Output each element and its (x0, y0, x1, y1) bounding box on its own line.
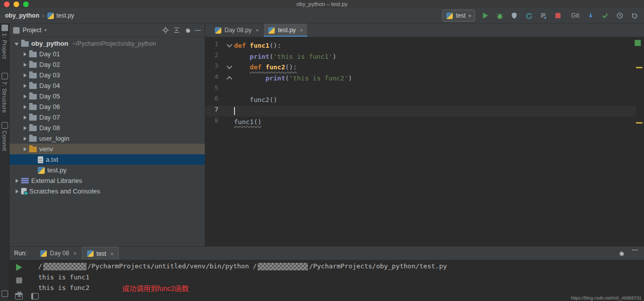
expand-arrow-icon[interactable] (22, 136, 28, 142)
gutter-line: 1 (205, 40, 233, 51)
expand-arrow-icon[interactable] (22, 72, 28, 78)
expand-arrow-icon[interactable] (22, 62, 28, 68)
hide-panel-button[interactable]: — (195, 27, 201, 33)
tree-item[interactable]: venv (9, 144, 205, 154)
tree-item-label: user_login (39, 135, 69, 142)
run-console[interactable]: //PycharmProjects/untitled/venv/bin/pyth… (9, 260, 644, 301)
inspections-indicator[interactable] (634, 40, 641, 46)
code-line[interactable]: func2() (234, 94, 636, 106)
git-rollback-button[interactable] (630, 11, 639, 20)
close-icon[interactable]: × (110, 251, 113, 257)
expand-arrow-icon[interactable] (22, 146, 28, 152)
hide-panel-button[interactable]: — (632, 247, 638, 260)
close-icon[interactable]: × (73, 250, 76, 256)
code-token (234, 53, 250, 60)
line-number: 6 (205, 94, 233, 102)
text-caret (234, 107, 235, 115)
rerun-button[interactable] (16, 264, 22, 271)
code-token: print (250, 53, 269, 60)
profiler-button[interactable] (524, 11, 533, 20)
expand-arrow-icon[interactable] (22, 115, 28, 121)
tree-item[interactable]: Day 02 (9, 59, 205, 70)
tree-item[interactable]: user_login (9, 133, 205, 144)
gutter-line: 3 (205, 62, 233, 73)
soft-wrap-icon[interactable] (31, 293, 39, 299)
tree-item[interactable]: Scratches and Consoles (9, 186, 205, 196)
tree-item[interactable]: a.txt (9, 154, 205, 165)
tree-item[interactable]: Day 08 (9, 123, 205, 133)
console-text: / (253, 262, 257, 270)
code-line[interactable] (234, 84, 636, 95)
breadcrumb-file[interactable]: test.py (56, 12, 74, 19)
tree-item[interactable]: test.py (9, 165, 205, 175)
expand-arrow-icon[interactable] (22, 51, 28, 57)
settings-gear-icon[interactable] (617, 249, 626, 258)
tree-item[interactable]: External Libraries (9, 175, 205, 186)
scratch-icon (21, 188, 27, 194)
code-line[interactable]: func1() (234, 117, 636, 128)
settings-gear-icon[interactable] (184, 26, 192, 34)
expand-arrow-icon[interactable] (22, 125, 28, 131)
chevron-down-icon[interactable]: ▾ (44, 28, 47, 33)
code-line[interactable]: def func1(): (234, 40, 636, 51)
tree-item[interactable]: Day 07 (9, 112, 205, 123)
python-icon (38, 167, 45, 174)
stripe-button-commit[interactable]: Commit (0, 122, 9, 151)
stripe-button-structure[interactable]: 7: Structure (0, 73, 9, 113)
expand-arrow-icon[interactable] (14, 178, 20, 184)
expand-arrow-icon[interactable] (22, 93, 28, 99)
tree-item-label: Day 05 (39, 92, 60, 100)
code-line[interactable]: print('this is func2') (234, 73, 636, 84)
tool-windows-toggle-icon[interactable] (2, 290, 8, 297)
project-panel-title[interactable]: Project (23, 27, 41, 34)
fold-down-icon[interactable] (227, 65, 231, 68)
editor-tab[interactable]: test.py× (264, 24, 308, 37)
breadcrumb-project[interactable]: oby_python (5, 12, 39, 19)
code-token: (): (285, 63, 297, 71)
tree-item[interactable]: Day 01 (9, 49, 205, 59)
code-line[interactable]: print('this is func1') (234, 51, 636, 62)
git-update-button[interactable] (586, 11, 595, 20)
tree-item[interactable]: Day 03 (9, 70, 205, 80)
run-button[interactable] (480, 11, 490, 20)
expand-arrow-icon[interactable] (14, 41, 20, 47)
run-config-select[interactable]: test ▾ (442, 10, 475, 22)
code-token: func1 (250, 42, 269, 49)
run-tab[interactable]: Day 08× (36, 247, 80, 260)
warning-stripe-mark[interactable] (636, 122, 642, 124)
chevron-down-icon: ▾ (468, 13, 471, 19)
code-line[interactable]: def func2(): (234, 62, 636, 73)
code-line[interactable] (234, 106, 636, 117)
tree-item[interactable]: Day 04 (9, 80, 205, 91)
tree-item[interactable]: Day 06 (9, 102, 205, 112)
collapse-all-button[interactable] (173, 26, 181, 34)
git-commit-button[interactable] (601, 11, 610, 20)
code-area[interactable]: def func1(): print('this is func1') def … (234, 40, 636, 128)
window-title: oby_python – test.py (0, 1, 644, 7)
stop-disabled-button[interactable] (16, 277, 22, 283)
locate-file-button[interactable] (162, 26, 170, 34)
project-tool-icon (2, 25, 8, 31)
restore-layout-icon[interactable] (15, 293, 23, 299)
tree-item[interactable]: oby_python~/PycharmProjects/oby_python (9, 38, 205, 49)
expand-arrow-icon[interactable] (22, 104, 28, 110)
expand-arrow-icon[interactable] (14, 188, 20, 194)
code-token: func1() (234, 118, 262, 126)
run-with-coverage-button[interactable] (510, 11, 519, 20)
git-history-button[interactable] (615, 11, 624, 20)
stripe-button-project[interactable]: 1: Project (0, 25, 9, 59)
execute-selection-button[interactable] (539, 11, 548, 20)
close-icon[interactable]: × (300, 27, 303, 33)
debug-button[interactable] (495, 11, 504, 20)
fold-down-icon[interactable] (227, 43, 231, 47)
fold-up-icon[interactable] (227, 76, 231, 79)
close-icon[interactable]: × (256, 27, 259, 33)
run-tab[interactable]: test× (82, 247, 119, 260)
commit-tool-icon (2, 122, 8, 129)
warning-stripe-mark[interactable] (636, 67, 642, 68)
stop-button[interactable] (553, 11, 562, 20)
code-token: (): (269, 42, 281, 49)
editor-tab[interactable]: Day 08.py× (210, 24, 264, 37)
tree-item[interactable]: Day 05 (9, 91, 205, 102)
expand-arrow-icon[interactable] (22, 83, 28, 89)
